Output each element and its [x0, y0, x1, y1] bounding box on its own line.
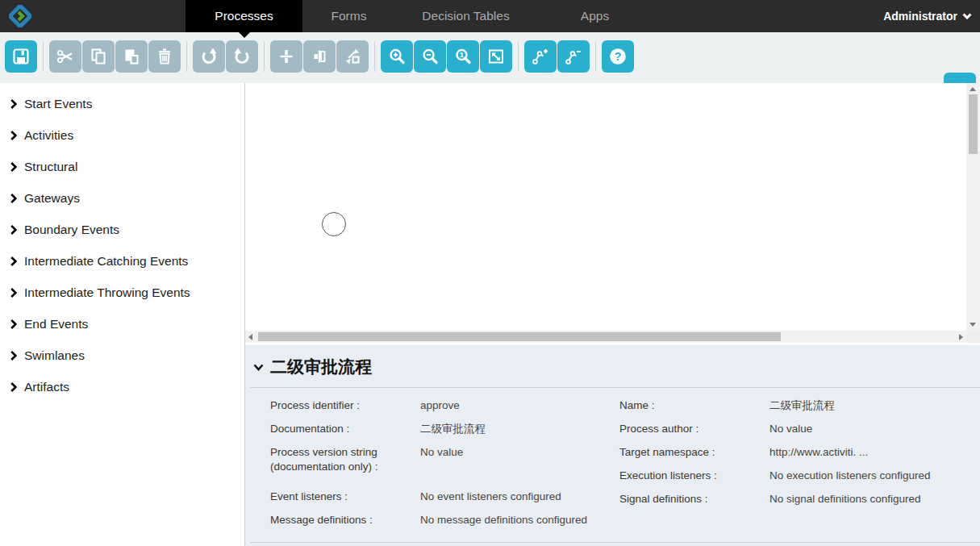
property-label: Signal definitions :: [619, 492, 769, 506]
chevron-right-icon: [10, 319, 17, 329]
property-value[interactable]: No event listeners configured: [420, 490, 619, 504]
property-row: Message definitions : No message definit…: [270, 513, 619, 527]
zoom-actual-button[interactable]: 1: [447, 40, 479, 73]
property-label: Message definitions :: [270, 513, 420, 527]
properties-right-column: Name : 二级审批流程 Process author : No value …: [619, 398, 969, 536]
align-vertical-icon: [277, 47, 296, 66]
scroll-up-arrow[interactable]: [970, 87, 976, 91]
tab-processes[interactable]: Processes: [186, 0, 302, 32]
svg-text:?: ?: [615, 50, 622, 63]
property-value[interactable]: No value: [769, 422, 969, 436]
zoom-out-icon: [420, 47, 440, 66]
activiti-logo: [9, 5, 31, 27]
scroll-down-arrow[interactable]: [970, 323, 976, 327]
undo-button[interactable]: [226, 40, 258, 73]
property-label: Process identifier :: [270, 398, 420, 413]
start-event-shape[interactable]: [322, 212, 346, 236]
palette-section-label: End Events: [24, 317, 88, 331]
remove-bendpoint-button[interactable]: [557, 40, 590, 73]
toolbar-separator: [518, 41, 519, 72]
trash-icon: [155, 47, 174, 66]
property-row: Event listeners : No event listeners con…: [270, 490, 619, 504]
property-label: Process version string (documentation on…: [270, 445, 420, 474]
palette-section-intermediate-catching-events[interactable]: Intermediate Catching Events: [0, 245, 244, 277]
chevron-right-icon: [10, 256, 17, 266]
chevron-right-icon: [10, 351, 17, 361]
properties-grid: Process identifier : approve Documentati…: [245, 388, 980, 536]
toolbar-separator: [186, 41, 187, 72]
copy-icon: [89, 47, 108, 66]
paste-button[interactable]: [115, 40, 148, 73]
property-value[interactable]: 二级审批流程: [769, 398, 969, 413]
horizontal-scrollbar[interactable]: [245, 331, 966, 343]
palette-section-label: Intermediate Catching Events: [24, 254, 188, 269]
redo-button[interactable]: [193, 40, 225, 73]
toolbar-separator: [43, 41, 44, 72]
tab-decision-tables[interactable]: Decision Tables: [395, 0, 536, 32]
property-value[interactable]: 二级审批流程: [420, 422, 619, 436]
copy-button[interactable]: [82, 40, 115, 73]
same-size-icon: [343, 47, 362, 66]
property-row: Documentation : 二级审批流程: [270, 422, 619, 436]
palette-section-label: Boundary Events: [24, 223, 119, 237]
property-row: Target namespace : http://www.activiti. …: [619, 445, 969, 460]
palette-section-label: Intermediate Throwing Events: [24, 286, 190, 300]
same-size-button[interactable]: [336, 40, 369, 73]
help-button[interactable]: ?: [602, 40, 634, 73]
align-horizontal-icon: [310, 47, 329, 66]
vertical-scrollbar[interactable]: [966, 83, 980, 331]
align-horizontal-button[interactable]: [303, 40, 336, 73]
save-button[interactable]: [5, 40, 37, 73]
scroll-left-arrow[interactable]: [248, 334, 252, 340]
property-label: Target namespace :: [619, 445, 769, 460]
palette-section-label: Start Events: [24, 97, 92, 111]
properties-panel-header[interactable]: 二级审批流程: [245, 345, 980, 387]
scroll-right-arrow[interactable]: [959, 334, 963, 340]
palette-section-artifacts[interactable]: Artifacts: [0, 371, 244, 402]
toolbar-separator: [374, 41, 375, 72]
property-value[interactable]: No signal definitions configured: [769, 492, 969, 506]
palette-section-swimlanes[interactable]: Swimlanes: [0, 340, 244, 371]
property-row: Process version string (documentation on…: [270, 445, 619, 474]
palette-section-label: Structural: [24, 160, 77, 174]
remove-bendpoint-icon: [564, 47, 583, 66]
property-value[interactable]: No message definitions configured: [420, 513, 619, 527]
palette-section-structural[interactable]: Structural: [0, 151, 244, 182]
property-row: Name : 二级审批流程: [619, 398, 969, 413]
property-value[interactable]: No execution listeners configured: [769, 469, 969, 483]
zoom-in-button[interactable]: [381, 40, 413, 73]
tab-forms[interactable]: Forms: [302, 0, 395, 32]
floppy-icon: [11, 47, 31, 66]
zoom-fit-button[interactable]: [480, 40, 512, 73]
diagram-canvas[interactable]: [245, 83, 980, 331]
property-label: Name :: [619, 398, 769, 413]
palette-section-end-events[interactable]: End Events: [0, 308, 244, 340]
palette-section-start-events[interactable]: Start Events: [0, 88, 244, 119]
palette-section-gateways[interactable]: Gateways: [0, 182, 244, 214]
horizontal-scroll-thumb[interactable]: [258, 332, 781, 341]
zoom-actual-icon: 1: [453, 47, 473, 66]
chevron-down-icon: [962, 13, 972, 19]
property-row: Process author : No value: [619, 422, 969, 436]
property-value[interactable]: No value: [420, 445, 619, 474]
palette-section-intermediate-throwing-events[interactable]: Intermediate Throwing Events: [0, 277, 244, 308]
cut-button[interactable]: [49, 40, 81, 73]
chevron-right-icon: [10, 131, 17, 140]
delete-button[interactable]: [148, 40, 181, 73]
palette-section-activities[interactable]: Activities: [0, 119, 244, 151]
tab-apps[interactable]: Apps: [536, 0, 653, 32]
vertical-scroll-thumb[interactable]: [969, 94, 978, 154]
zoom-out-button[interactable]: [414, 40, 446, 73]
zoom-fit-icon: [486, 47, 506, 66]
property-label: Process author :: [619, 422, 769, 436]
toolbar-separator: [595, 41, 596, 72]
property-value[interactable]: approve: [420, 398, 619, 413]
editor-toolbar: 1 ?: [0, 32, 980, 83]
align-vertical-button[interactable]: [270, 40, 302, 73]
add-bendpoint-button[interactable]: [524, 40, 557, 73]
shape-palette: Start Events Activities Structural Gatew…: [0, 83, 245, 546]
palette-section-boundary-events[interactable]: Boundary Events: [0, 214, 244, 245]
property-value[interactable]: http://www.activiti. ...: [769, 445, 969, 460]
user-menu[interactable]: Administrator: [883, 0, 972, 32]
scrollbar-corner: [966, 331, 980, 343]
